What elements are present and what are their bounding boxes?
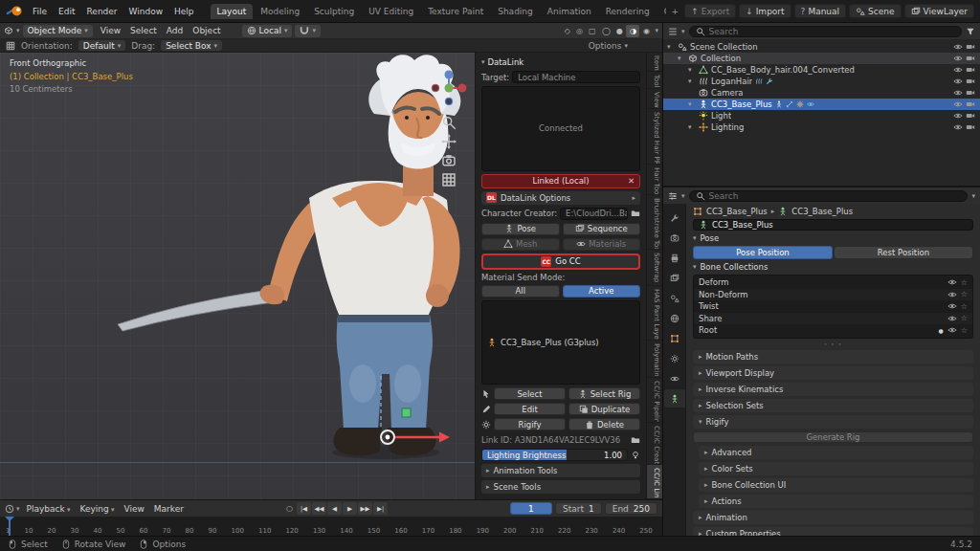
- viewport-canvas[interactable]: Front Orthographic (1) Collection | CC3_…: [0, 53, 662, 499]
- timeline-menu-keying[interactable]: Keying ▾: [75, 503, 119, 515]
- select-button[interactable]: Select: [494, 387, 566, 400]
- properties-tab-world[interactable]: [664, 309, 685, 327]
- bone-collections-section-header[interactable]: ▾ Bone Collections: [693, 262, 973, 272]
- disable-in-renders-icon[interactable]: [966, 42, 975, 52]
- sidebar-tab-has-paint-layers[interactable]: HAS Paint Layers: [647, 286, 662, 340]
- collection-visibility-icon[interactable]: [947, 314, 957, 323]
- editor-type-icon[interactable]: [668, 191, 678, 201]
- clock-icon[interactable]: [5, 504, 14, 514]
- list-resize-grip[interactable]: • • •: [693, 342, 973, 347]
- bone-collection-deform[interactable]: Deform☆: [694, 276, 972, 289]
- sidebar-tab-cc-ic-link[interactable]: CC/iC Link: [647, 465, 662, 499]
- solo-star-icon[interactable]: ☆: [961, 302, 968, 311]
- hide-in-viewport-icon[interactable]: [953, 77, 963, 86]
- character-model[interactable]: [91, 55, 474, 495]
- jump-to-next-keyframe-button[interactable]: ▶▶: [358, 502, 372, 515]
- lightbulb-icon[interactable]: [631, 451, 640, 460]
- properties-tab-scene[interactable]: [664, 289, 685, 307]
- rest-position-button[interactable]: Rest Position: [834, 246, 973, 259]
- expand-caret-icon[interactable]: ▾: [678, 55, 685, 62]
- zoom-icon[interactable]: [441, 116, 457, 129]
- section-selection-sets[interactable]: ▸Selection Sets: [693, 399, 973, 412]
- menu-window[interactable]: Window: [123, 5, 169, 18]
- collection-visibility-icon[interactable]: [947, 290, 957, 299]
- materials-button[interactable]: Materials: [563, 238, 641, 251]
- outliner-search-input[interactable]: [709, 27, 955, 36]
- solo-star-icon[interactable]: ☆: [961, 278, 968, 287]
- editor-type-icon[interactable]: [668, 27, 678, 36]
- hide-in-viewport-icon[interactable]: [953, 65, 963, 75]
- sidebar-tab-brushstroke-tools[interactable]: Brushstroke Tools: [647, 195, 662, 251]
- x-axis-arrow[interactable]: [439, 432, 450, 443]
- pose-section-header[interactable]: ▾ Pose: [693, 233, 973, 243]
- select-rig-button[interactable]: Select Rig: [568, 387, 640, 400]
- jump-to-start-button[interactable]: |◀: [297, 502, 311, 515]
- section-inverse-kinematics[interactable]: ▸Inverse Kinematics: [693, 383, 973, 396]
- properties-tab-view-layer[interactable]: [664, 269, 685, 287]
- folder-icon[interactable]: [631, 209, 640, 218]
- workspace-tab-shading[interactable]: Shading: [491, 4, 540, 19]
- jump-to-prev-keyframe-button[interactable]: ◀◀: [312, 502, 326, 515]
- scene-selector[interactable]: Scene: [849, 4, 901, 18]
- play-button[interactable]: ▶: [343, 502, 357, 515]
- breadcrumb-object[interactable]: CC3_Base_Plus: [706, 207, 768, 216]
- viewport-navigation-gizmo[interactable]: [429, 68, 469, 108]
- menu-render[interactable]: Render: [81, 5, 123, 18]
- character-creator-path-field[interactable]: E:\CloudDri...Base_Plus_C: [560, 208, 628, 220]
- solo-star-icon[interactable]: ☆: [961, 314, 968, 322]
- delete-button[interactable]: Delete: [568, 418, 640, 430]
- section-advanced[interactable]: ▸Advanced: [699, 446, 973, 459]
- timeline-menu-marker[interactable]: Marker: [149, 503, 189, 515]
- frame-end-field[interactable]: End250: [605, 502, 657, 515]
- show-gizmo-icon[interactable]: ◇: [563, 27, 572, 35]
- viewport-menu-select[interactable]: Select: [125, 25, 162, 36]
- viewport-menu-view[interactable]: View: [96, 25, 125, 36]
- transform-orientation-dropdown[interactable]: Local ▾: [242, 25, 293, 37]
- expand-caret-icon[interactable]: ▾: [688, 100, 696, 108]
- expand-caret-icon[interactable]: ▾: [688, 66, 696, 74]
- generate-rig-button[interactable]: Generate Rig: [693, 431, 973, 443]
- frame-start-field[interactable]: Start1: [555, 502, 602, 515]
- bone-collection-twist[interactable]: Twist☆: [694, 300, 972, 313]
- bone-collection-root[interactable]: Root●☆: [694, 324, 972, 337]
- sidebar-tab-item[interactable]: Item: [647, 53, 662, 72]
- section-motion-paths[interactable]: ▸Motion Paths: [693, 350, 973, 364]
- timeline-ruler[interactable]: 1102030405060708090100110120130140150160…: [0, 517, 662, 536]
- workspace-tab-layout[interactable]: Layout: [211, 4, 254, 19]
- current-frame-field[interactable]: 1: [510, 502, 552, 515]
- workspace-tab-animation[interactable]: Animation: [541, 4, 598, 19]
- export-button[interactable]: ↑Export: [684, 4, 736, 18]
- xray-toggle-icon[interactable]: ▢: [587, 27, 598, 35]
- hide-in-viewport-icon[interactable]: [953, 42, 963, 52]
- drag-dropdown[interactable]: Select Box ▾: [161, 40, 222, 51]
- move-view-icon[interactable]: [441, 135, 457, 148]
- lighting-brightness-slider[interactable]: Lighting Brightness 1.00: [481, 449, 628, 461]
- menu-edit[interactable]: Edit: [53, 5, 80, 18]
- outliner-row-camera[interactable]: Camera: [663, 87, 980, 99]
- section-actions[interactable]: ▸Actions: [699, 495, 973, 508]
- import-button[interactable]: ↓Import: [739, 4, 791, 18]
- section-bone-collection-ui[interactable]: ▸Bone Collection UI: [699, 478, 973, 492]
- bone-collection-share[interactable]: Share☆: [694, 313, 972, 325]
- workspace-tab-compositing[interactable]: Compositing: [657, 4, 666, 19]
- properties-tab-output[interactable]: [664, 249, 685, 267]
- go-cc-button[interactable]: CC Go CC: [481, 253, 640, 270]
- orientation-setting-dropdown[interactable]: Default ▾: [78, 40, 125, 51]
- hide-in-viewport-icon[interactable]: [953, 122, 963, 132]
- pose-button[interactable]: Pose: [481, 223, 560, 235]
- properties-tab-object[interactable]: [664, 329, 685, 347]
- datalink-options-row[interactable]: DL DataLink Options ▸: [481, 191, 640, 205]
- timeline-menu-view[interactable]: View: [119, 503, 148, 515]
- properties-tab-tool[interactable]: [664, 209, 685, 227]
- blender-logo-icon[interactable]: [6, 5, 23, 17]
- duplicate-button[interactable]: Duplicate: [568, 403, 640, 415]
- section-rigify[interactable]: ▾ Rigify: [693, 415, 973, 429]
- armature-name-field[interactable]: CC3_Base_Plus: [693, 219, 973, 231]
- shading-solid-button[interactable]: ●: [612, 25, 626, 37]
- outliner-row-cc3-base-plus[interactable]: ▾CC3_Base_Plus: [663, 99, 980, 110]
- scene-tools-section[interactable]: ▸ Scene Tools: [481, 480, 640, 494]
- add-workspace-button[interactable]: +: [667, 4, 684, 19]
- target-field[interactable]: Local Machine: [512, 71, 640, 83]
- jump-to-end-button[interactable]: ▶|: [373, 502, 388, 515]
- menu-help[interactable]: Help: [168, 5, 200, 18]
